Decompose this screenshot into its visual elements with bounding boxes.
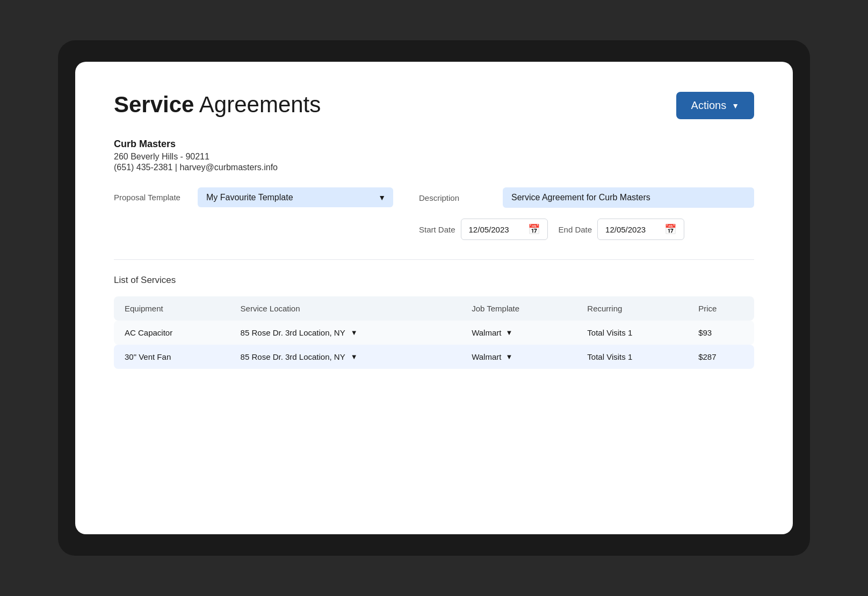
- job-dropdown-icon[interactable]: ▼: [505, 353, 512, 361]
- location-text: 85 Rose Dr. 3rd Location, NY: [241, 328, 345, 337]
- dates-row: Start Date 📅 End Date 📅: [419, 219, 754, 240]
- chevron-down-icon: ▼: [732, 101, 739, 110]
- calendar-icon: 📅: [528, 223, 540, 235]
- actions-button-label: Actions: [691, 99, 727, 112]
- job-template-text: Walmart: [472, 328, 501, 337]
- start-date-input[interactable]: [469, 225, 523, 234]
- description-label: Description: [419, 193, 494, 202]
- page-title: Service Agreements: [114, 92, 321, 118]
- form-left: Proposal Template My Favourite Template …: [114, 187, 393, 207]
- start-date-group: Start Date 📅: [419, 219, 548, 240]
- cell-equipment: AC Capacitor: [114, 321, 230, 345]
- cell-price: $287: [688, 345, 754, 369]
- end-date-label: End Date: [559, 225, 592, 234]
- cell-service-location[interactable]: 85 Rose Dr. 3rd Location, NY ▼: [230, 345, 461, 369]
- list-section-title: List of Services: [114, 275, 754, 286]
- col-equipment: Equipment: [114, 296, 230, 321]
- cell-job-template[interactable]: Walmart ▼: [461, 345, 576, 369]
- proposal-template-row: Proposal Template My Favourite Template …: [114, 187, 393, 207]
- cell-recurring: Total Visits 1: [576, 345, 688, 369]
- cell-job-template[interactable]: Walmart ▼: [461, 321, 576, 345]
- client-name: Curb Masters: [114, 139, 754, 150]
- proposal-template-select-wrapper[interactable]: My Favourite Template ▼: [198, 187, 393, 207]
- proposal-template-select[interactable]: My Favourite Template: [198, 187, 393, 207]
- table-row: 30" Vent Fan 85 Rose Dr. 3rd Location, N…: [114, 345, 754, 369]
- outer-frame: Service Agreements Actions ▼ Curb Master…: [58, 40, 810, 556]
- col-service-location: Service Location: [230, 296, 461, 321]
- col-price: Price: [688, 296, 754, 321]
- job-dropdown-icon[interactable]: ▼: [505, 329, 512, 337]
- col-recurring: Recurring: [576, 296, 688, 321]
- actions-button[interactable]: Actions ▼: [676, 92, 754, 119]
- end-date-group: End Date 📅: [559, 219, 685, 240]
- client-info: Curb Masters 260 Beverly Hills - 90211 (…: [114, 139, 754, 172]
- cell-service-location[interactable]: 85 Rose Dr. 3rd Location, NY ▼: [230, 321, 461, 345]
- start-date-label: Start Date: [419, 225, 455, 234]
- table-header-row: Equipment Service Location Job Template …: [114, 296, 754, 321]
- end-date-input-wrapper[interactable]: 📅: [597, 219, 684, 240]
- section-divider: [114, 259, 754, 260]
- location-dropdown-icon[interactable]: ▼: [351, 329, 358, 337]
- main-card: Service Agreements Actions ▼ Curb Master…: [75, 62, 793, 534]
- list-section: List of Services Equipment Service Locat…: [114, 275, 754, 369]
- client-address: 260 Beverly Hills - 90211: [114, 152, 754, 162]
- col-job-template: Job Template: [461, 296, 576, 321]
- proposal-template-label: Proposal Template: [114, 193, 189, 202]
- cell-recurring: Total Visits 1: [576, 321, 688, 345]
- table-row: AC Capacitor 85 Rose Dr. 3rd Location, N…: [114, 321, 754, 345]
- form-section: Proposal Template My Favourite Template …: [114, 187, 754, 240]
- calendar-end-icon: 📅: [664, 223, 676, 235]
- location-dropdown-icon[interactable]: ▼: [351, 353, 358, 361]
- job-template-text: Walmart: [472, 352, 501, 361]
- description-row: Description: [419, 187, 754, 208]
- start-date-input-wrapper[interactable]: 📅: [461, 219, 548, 240]
- cell-price: $93: [688, 321, 754, 345]
- page-header: Service Agreements Actions ▼: [114, 92, 754, 119]
- location-text: 85 Rose Dr. 3rd Location, NY: [241, 352, 345, 361]
- end-date-input[interactable]: [605, 225, 659, 234]
- services-table: Equipment Service Location Job Template …: [114, 296, 754, 369]
- form-right: Description Start Date 📅 End Date: [419, 187, 754, 240]
- cell-equipment: 30" Vent Fan: [114, 345, 230, 369]
- client-contact: (651) 435-2381 | harvey@curbmasters.info: [114, 163, 754, 172]
- description-input[interactable]: [503, 187, 754, 208]
